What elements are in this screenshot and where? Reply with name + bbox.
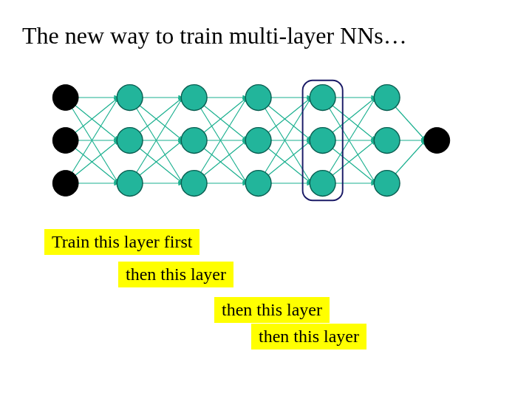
node-hidden4 — [310, 128, 335, 154]
node-hidden4 — [310, 171, 335, 197]
node-hidden2 — [181, 85, 207, 111]
node-output — [424, 128, 450, 154]
node-input — [52, 171, 78, 197]
node-hidden2 — [181, 128, 207, 154]
node-hidden4 — [310, 85, 335, 111]
node-hidden1 — [117, 128, 143, 154]
node-hidden5 — [374, 85, 400, 111]
slide-title: The new way to train multi-layer NNs… — [22, 22, 407, 50]
caption-2: then this layer — [118, 262, 233, 287]
node-hidden1 — [117, 85, 143, 111]
nn-diagram — [37, 74, 466, 207]
node-hidden5 — [374, 171, 400, 197]
node-hidden5 — [374, 128, 400, 154]
node-hidden3 — [245, 85, 271, 111]
node-hidden1 — [117, 171, 143, 197]
node-hidden3 — [245, 171, 271, 197]
node-input — [52, 128, 78, 154]
caption-3: then this layer — [214, 297, 330, 323]
node-hidden2 — [181, 171, 207, 197]
node-input — [52, 85, 78, 111]
nn-svg — [37, 74, 466, 207]
caption-4: then this layer — [251, 324, 366, 349]
node-hidden3 — [245, 128, 271, 154]
caption-1: Train this layer first — [44, 229, 200, 255]
